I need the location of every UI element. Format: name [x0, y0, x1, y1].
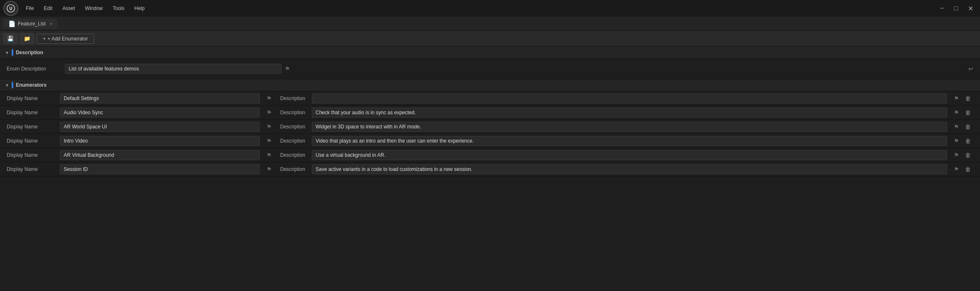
display-name-label-3: Display Name	[7, 138, 57, 144]
delete-button-1[interactable]: 🗑	[963, 108, 973, 117]
browse-button[interactable]: 📁	[20, 33, 34, 44]
desc-input-0[interactable]	[312, 93, 947, 103]
display-name-label-0: Display Name	[7, 95, 57, 101]
flag-icon-desc-5[interactable]: ⚑	[954, 166, 959, 173]
menu-help[interactable]: Help	[130, 4, 149, 13]
table-row: Display Name ⚑ Description ⚑ 🗑	[0, 134, 980, 148]
menu-window[interactable]: Window	[81, 4, 107, 13]
flag-icon-dn-3[interactable]: ⚑	[266, 138, 272, 144]
display-name-input-1[interactable]	[60, 108, 260, 118]
section-accent-2	[12, 82, 13, 88]
maximize-button[interactable]: □	[950, 3, 961, 14]
flag-icon-desc-4[interactable]: ⚑	[954, 152, 959, 158]
add-enumerator-button[interactable]: + + Add Enumerator	[37, 34, 94, 44]
toolbar: 💾 📁 + + Add Enumerator	[0, 31, 980, 47]
table-row: Display Name ⚑ Description ⚑ 🗑	[0, 148, 980, 162]
undo-icon[interactable]: ↩	[968, 65, 973, 72]
flag-icon-dn-1[interactable]: ⚑	[266, 109, 272, 116]
desc-label-0: Description	[275, 95, 308, 101]
menu-tools[interactable]: Tools	[109, 4, 129, 13]
display-name-input-5[interactable]	[60, 164, 260, 174]
minimize-button[interactable]: −	[937, 3, 947, 14]
table-row: Display Name ⚑ Description ⚑ 🗑	[0, 105, 980, 120]
table-row: Display Name ⚑ Description ⚑ 🗑	[0, 162, 980, 176]
section-accent	[12, 49, 13, 56]
display-name-input-3[interactable]	[60, 136, 260, 146]
desc-label-4: Description	[275, 152, 308, 158]
browse-icon: 📁	[24, 35, 30, 42]
description-section-header[interactable]: ▼ Description	[0, 47, 980, 59]
flag-icon-desc-3[interactable]: ⚑	[954, 138, 959, 144]
tab-close-button[interactable]: ×	[50, 21, 52, 26]
delete-button-3[interactable]: 🗑	[963, 137, 973, 145]
delete-button-0[interactable]: 🗑	[963, 94, 973, 103]
tab-bar: 📄 Feature_List ×	[0, 17, 980, 31]
ue-logo: U	[3, 1, 18, 16]
chevron-down-icon-2: ▼	[5, 83, 9, 88]
enumerators-section-label: Enumerators	[16, 82, 47, 88]
flag-icon-dn-5[interactable]: ⚑	[266, 166, 272, 173]
window-controls: − □ ✕	[937, 3, 977, 14]
table-row: Display Name ⚑ Description ⚑ 🗑	[0, 91, 980, 105]
flag-icon-desc-1[interactable]: ⚑	[954, 109, 959, 116]
description-section-label: Description	[16, 50, 43, 55]
chevron-down-icon: ▼	[5, 50, 9, 55]
flag-icon-desc-2[interactable]: ⚑	[954, 123, 959, 130]
display-name-input-4[interactable]	[60, 150, 260, 160]
delete-button-5[interactable]: 🗑	[963, 165, 973, 173]
desc-label-2: Description	[275, 124, 308, 130]
feature-list-tab[interactable]: 📄 Feature_List ×	[3, 19, 57, 29]
desc-input-4[interactable]	[312, 150, 947, 160]
save-icon: 💾	[7, 35, 14, 42]
content-area: ▼ Description Enum Description ⚑ ↩ ▼ Enu…	[0, 47, 980, 291]
description-form-section: Enum Description ⚑ ↩	[0, 59, 980, 79]
tab-label: Feature_List	[18, 21, 46, 27]
display-name-label-5: Display Name	[7, 166, 57, 172]
desc-input-2[interactable]	[312, 122, 947, 132]
svg-text:U: U	[9, 6, 12, 11]
close-button[interactable]: ✕	[965, 3, 977, 14]
display-name-input-0[interactable]	[60, 93, 260, 103]
flag-icon-dn-4[interactable]: ⚑	[266, 152, 272, 158]
enum-description-input[interactable]	[65, 64, 281, 74]
display-name-input-2[interactable]	[60, 122, 260, 132]
delete-button-2[interactable]: 🗑	[963, 123, 973, 131]
display-name-label-4: Display Name	[7, 152, 57, 158]
desc-label-1: Description	[275, 110, 308, 115]
desc-input-5[interactable]	[312, 164, 947, 174]
add-icon: +	[43, 36, 46, 42]
tab-icon: 📄	[8, 20, 15, 27]
display-name-label-1: Display Name	[7, 110, 57, 115]
add-enumerator-label: + Add Enumerator	[47, 36, 88, 42]
enum-description-row: Enum Description ⚑ ↩	[0, 62, 980, 75]
menu-bar: File Edit Asset Window Tools Help	[22, 4, 933, 13]
menu-asset[interactable]: Asset	[58, 4, 79, 13]
display-name-label-2: Display Name	[7, 124, 57, 130]
desc-input-3[interactable]	[312, 136, 947, 146]
flag-icon-dn-0[interactable]: ⚑	[266, 95, 272, 102]
save-button[interactable]: 💾	[3, 33, 17, 44]
flag-icon-desc-0[interactable]: ⚑	[954, 95, 959, 102]
delete-button-4[interactable]: 🗑	[963, 151, 973, 159]
title-bar: U File Edit Asset Window Tools Help − □ …	[0, 0, 980, 17]
menu-file[interactable]: File	[22, 4, 38, 13]
enumerators-section-header[interactable]: ▼ Enumerators	[0, 79, 980, 91]
flag-icon[interactable]: ⚑	[285, 65, 290, 72]
desc-input-1[interactable]	[312, 108, 947, 118]
flag-icon-dn-2[interactable]: ⚑	[266, 123, 272, 130]
table-row: Display Name ⚑ Description ⚑ 🗑	[0, 120, 980, 134]
menu-edit[interactable]: Edit	[40, 4, 57, 13]
desc-label-5: Description	[275, 166, 308, 172]
enum-description-label: Enum Description	[7, 66, 65, 72]
desc-label-3: Description	[275, 138, 308, 144]
